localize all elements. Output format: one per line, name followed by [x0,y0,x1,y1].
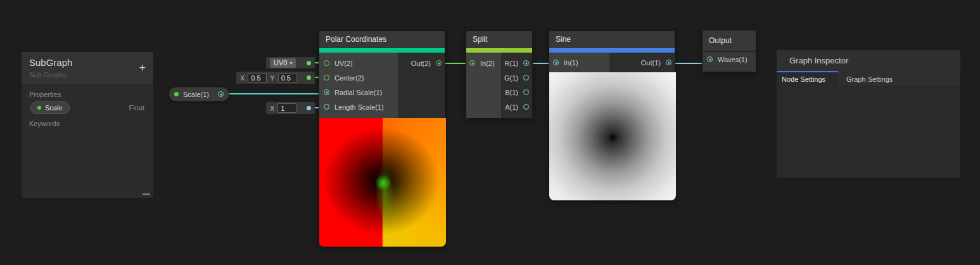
graph-inspector-title: Graph Inspector [777,50,960,71]
graph-inspector-panel[interactable]: Graph Inspector Node Settings Graph Sett… [776,49,961,179]
node-accent-bar [466,48,532,53]
node-title[interactable]: Split [466,31,532,48]
port-uv-in[interactable] [324,60,329,66]
widget-port-dot [307,75,311,80]
property-pill-scale[interactable]: Scale [30,101,70,114]
port-row-waves: Waves(1) [703,52,756,67]
port-label: Out(1) [641,59,661,67]
node-body: In(2) R(1) G(1) B(1) A(1) [466,53,532,118]
port-label: G(1) [504,74,518,82]
port-label: In(2) [480,60,495,67]
shader-graph-canvas[interactable]: SubGraph + Sub Graphs Properties Scale F… [0,0,980,265]
port-row-uv: UV(2) [319,56,398,70]
property-pill-label: Scale [45,104,63,112]
port-radial-scale-in[interactable] [324,89,329,95]
node-title[interactable]: Output [703,30,756,52]
port-row-in1: In(1) [549,55,609,70]
port-label: B(1) [505,89,518,96]
port-label: A(1) [505,103,518,111]
add-property-icon[interactable]: + [139,62,146,74]
node-accent-bar [549,48,675,53]
float-type-dot-icon [37,106,41,110]
port-r-out[interactable] [523,60,529,66]
property-row: Scale Float [22,101,153,114]
port-row-out1: Out(1) [609,55,675,70]
node-sine[interactable]: Sine In(1) Out(1) [549,30,675,201]
length-x-field[interactable]: 1 [277,103,297,113]
node-title[interactable]: Sine [549,31,675,48]
node-split[interactable]: Split In(2) R(1) G(1) B(1) [466,30,533,119]
widget-port-dot [307,61,311,65]
blackboard-subtitle: Sub Graphs [29,71,146,79]
center-y-field[interactable]: 0.5 [278,73,297,82]
port-waves-in[interactable] [707,56,713,62]
port-row-length-scale: Length Scale(1) [319,100,398,114]
port-out2[interactable] [436,60,442,66]
inspector-tabs: Node Settings Graph Settings [777,71,960,86]
port-label: Out(2) [411,60,431,67]
blackboard-panel[interactable]: SubGraph + Sub Graphs Properties Scale F… [21,51,154,198]
length-x-label: X [270,105,274,112]
port-row-b: B(1) [501,85,532,100]
uv-channel-value: UV0 [274,58,287,68]
property-node-label: Scale(1) [183,91,209,98]
tab-graph-settings[interactable]: Graph Settings [838,71,960,86]
port-row-radial-scale: Radial Scale(1) [319,85,398,100]
port-label: UV(2) [334,60,353,67]
node-body: Waves(1) [703,52,756,72]
property-node-scale[interactable]: Scale(1) [169,87,229,101]
port-center-in[interactable] [324,75,329,81]
sine-preview [549,72,676,200]
port-row-out: Out(2) [398,56,445,70]
port-length-scale-in[interactable] [324,104,329,110]
center-y-label: Y [270,74,274,82]
blackboard-title: SubGraph [29,57,146,68]
node-body: UV(2) Center(2) Radial Scale(1) Length S… [319,53,445,118]
widget-port-dot [307,106,311,110]
center-default-widget: X 0.5 Y 0.5 [236,72,315,84]
port-label: Radial Scale(1) [334,89,382,96]
resize-handle[interactable] [143,193,150,195]
port-in2[interactable] [469,60,475,66]
node-body: In(1) Out(1) [549,53,675,72]
center-x-field[interactable]: 0.5 [248,73,267,82]
port-row-in2: In(2) [466,56,501,70]
port-label: R(1) [505,60,518,67]
wire-scale-to-radialscale[interactable] [221,93,326,94]
node-title[interactable]: Polar Coordinates [319,31,445,48]
center-x-label: X [240,74,245,82]
blackboard-header: SubGraph + Sub Graphs [22,52,153,85]
port-b-out[interactable] [523,89,529,95]
keywords-section-label: Keywords [22,114,153,131]
node-accent-bar [319,48,445,53]
port-label: Waves(1) [718,56,748,63]
node-output[interactable]: Output Waves(1) [702,30,756,72]
property-type-label: Float [129,104,144,112]
port-label: In(1) [564,59,578,67]
port-in1[interactable] [553,60,559,65]
port-a-out[interactable] [523,104,529,110]
inspector-body [777,86,960,178]
properties-section-label: Properties [22,85,153,101]
chevron-down-icon: ▾ [290,58,292,68]
port-label: Center(2) [334,74,364,82]
port-label: Length Scale(1) [334,103,384,111]
port-row-center: Center(2) [319,70,398,85]
port-row-g: G(1) [501,70,532,85]
tab-node-settings[interactable]: Node Settings [777,71,838,86]
length-scale-default-widget: X 1 [266,102,315,114]
port-out1[interactable] [666,60,671,65]
node-polar-coordinates[interactable]: Polar Coordinates UV(2) Center(2) Radial… [319,30,445,247]
port-scale-out[interactable] [218,91,224,97]
port-row-a: A(1) [501,100,532,114]
uv-channel-dropdown[interactable]: UV0 ▾ [270,58,296,68]
port-row-r: R(1) [501,56,532,70]
uv-channel-widget: UV0 ▾ [266,57,315,68]
port-g-out[interactable] [523,75,529,81]
polar-coordinates-preview [319,118,446,247]
property-dot-icon [174,92,179,96]
